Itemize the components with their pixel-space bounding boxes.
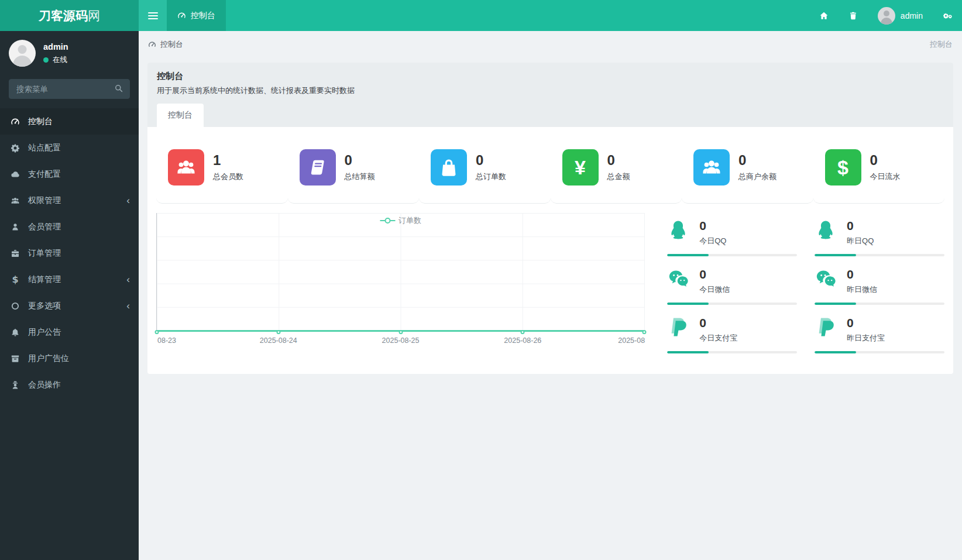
qq-icon <box>667 219 690 243</box>
sidebar-toggle-button[interactable] <box>139 0 167 31</box>
stat-label: 总商户余额 <box>738 171 777 182</box>
stat-label: 总结算额 <box>345 171 375 182</box>
progress-bar <box>667 254 797 256</box>
chart-point <box>277 330 281 334</box>
chart-point <box>643 330 647 334</box>
home-icon <box>819 11 829 20</box>
progress-bar <box>667 303 797 305</box>
chevron-left-icon: ‹ <box>126 274 130 284</box>
dashboard-icon <box>177 11 186 20</box>
users-icon <box>168 149 204 185</box>
stat-value: 0 <box>476 153 506 167</box>
settings-button[interactable] <box>933 0 962 31</box>
breadcrumb-current-page: 控制台 <box>930 39 953 50</box>
stat-label: 总会员数 <box>213 171 243 182</box>
stat-value: 0 <box>847 219 874 232</box>
progress-bar <box>815 303 944 305</box>
chart-legend[interactable]: 订单数 <box>380 215 421 226</box>
dashboard-icon <box>148 40 156 49</box>
top-navbar: 刀客源码网 控制台 admin <box>0 0 962 31</box>
search-input[interactable] <box>9 79 130 99</box>
dashboard-icon <box>10 117 20 126</box>
logo-text-bold: 刀客源码 <box>39 8 88 24</box>
stat-value: 0 <box>847 316 885 329</box>
nav-tab-dashboard[interactable]: 控制台 <box>167 0 226 31</box>
stat-value: 0 <box>699 316 737 329</box>
user-menu[interactable]: admin <box>868 0 933 31</box>
stat-label: 总金额 <box>607 171 630 182</box>
sidebar-item-dashboard[interactable]: 控制台 <box>0 108 139 135</box>
sidebar-item-user-adslot[interactable]: 用户广告位 <box>0 345 139 372</box>
menu-label: 支付配置 <box>28 169 61 180</box>
panel-header: 控制台 用于展示当前系统中的统计数据、统计报表及重要实时数据 控制台 <box>147 63 953 127</box>
bell-icon <box>10 328 20 337</box>
stat-label: 总订单数 <box>476 171 506 182</box>
sidebar-user-panel: admin 在线 <box>0 31 139 74</box>
avatar <box>878 7 895 25</box>
app-logo[interactable]: 刀客源码网 <box>0 0 139 31</box>
book-icon <box>300 149 336 185</box>
dollar-icon: $ <box>825 149 861 185</box>
sidebar-username: admin <box>43 42 68 51</box>
tab-dashboard[interactable]: 控制台 <box>157 104 204 127</box>
sidebar-item-more-options[interactable]: 更多选项 ‹ <box>0 293 139 319</box>
clear-cache-button[interactable] <box>839 0 868 31</box>
sidebar-item-permissions[interactable]: 权限管理 ‹ <box>0 187 139 214</box>
breadcrumb-dashboard-link[interactable]: 控制台 <box>148 39 183 50</box>
progress-bar <box>815 254 944 256</box>
x-tick-label: 2025-08-25 <box>382 336 420 345</box>
menu-label: 结算管理 <box>28 274 61 285</box>
chevron-left-icon: ‹ <box>126 301 130 311</box>
stat-label: 今日QQ <box>699 236 726 246</box>
main-content: 控制台 控制台 控制台 用于展示当前系统中的统计数据、统计报表及重要实时数据 控… <box>139 31 962 374</box>
stat-label: 今日微信 <box>699 284 730 295</box>
avatar <box>9 40 36 67</box>
legend-label: 订单数 <box>398 215 421 226</box>
page-description: 用于展示当前系统中的统计数据、统计报表及重要实时数据 <box>157 85 944 104</box>
sidebar-item-members[interactable]: 会员管理 <box>0 214 139 240</box>
stat-total-orders: 0总订单数 <box>419 135 551 204</box>
sidebar-item-site-config[interactable]: 站点配置 <box>0 135 139 161</box>
circle-icon <box>10 301 20 311</box>
menu-label: 控制台 <box>28 116 53 127</box>
page-title: 控制台 <box>157 71 944 82</box>
sidebar-item-pay-config[interactable]: 支付配置 <box>0 161 139 187</box>
stat-total-members: 1总会员数 <box>156 135 288 204</box>
archive-icon <box>10 354 20 363</box>
gears-icon <box>943 11 952 20</box>
stat-today-wechat: 0今日微信 <box>667 262 797 310</box>
stat-yesterday-qq: 0昨日QQ <box>815 213 944 262</box>
stat-label: 今日流水 <box>870 171 901 182</box>
search-icon[interactable] <box>114 84 125 94</box>
online-status-label: 在线 <box>53 55 67 65</box>
sidebar-item-user-notice[interactable]: 用户公告 <box>0 319 139 345</box>
chart-point <box>398 330 403 334</box>
sidebar-item-member-ops[interactable]: 会员操作 <box>0 372 139 398</box>
stat-yesterday-alipay: 0昨日支付宝 <box>815 310 944 359</box>
menu-label: 订单管理 <box>28 248 61 259</box>
stat-today-alipay: 0今日支付宝 <box>667 310 797 359</box>
online-status-dot <box>43 57 49 63</box>
stat-today-flow: $ 0今日流水 <box>813 135 945 204</box>
sidebar-item-orders[interactable]: 订单管理 <box>0 240 139 266</box>
navbar-username: admin <box>901 11 923 20</box>
stat-cards-row: 1总会员数 0总结算额 0总订单数 ¥ 0总金额 <box>156 135 944 204</box>
menu-label: 会员操作 <box>28 380 61 390</box>
stat-label: 昨日支付宝 <box>847 333 885 343</box>
stat-total-settlement: 0总结算额 <box>288 135 420 204</box>
stat-yesterday-wechat: 0昨日微信 <box>815 262 944 310</box>
progress-bar <box>815 351 944 353</box>
menu-label: 用户公告 <box>28 327 61 338</box>
yen-icon: ¥ <box>562 149 599 185</box>
stat-label: 今日支付宝 <box>699 333 737 343</box>
sidebar-menu: 控制台 站点配置 支付配置 权限管理 ‹ 会员管理 订单管理 $ 结算管理 ‹ <box>0 108 139 398</box>
channel-stats-grid: 0今日QQ 0昨日QQ 0今日微信 <box>667 213 944 359</box>
stat-value: 0 <box>699 219 726 232</box>
trash-icon <box>848 11 858 20</box>
breadcrumb: 控制台 控制台 <box>139 31 962 58</box>
sidebar-item-settlement[interactable]: $ 结算管理 ‹ <box>0 266 139 293</box>
shopping-bag-icon <box>431 149 467 185</box>
legend-line-marker-icon <box>380 220 395 221</box>
chevron-left-icon: ‹ <box>126 195 130 205</box>
home-button[interactable] <box>809 0 839 31</box>
